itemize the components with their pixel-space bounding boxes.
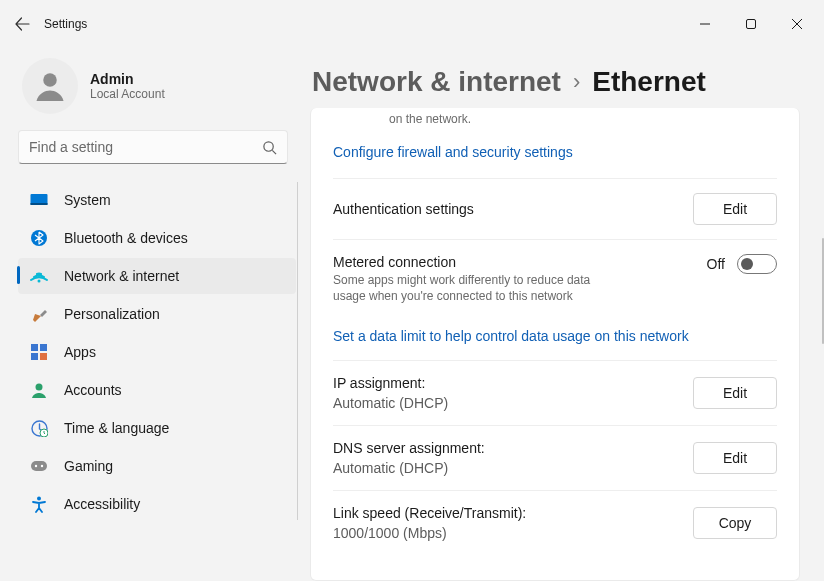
nav-label: Accounts bbox=[64, 382, 122, 398]
svg-point-10 bbox=[38, 280, 41, 283]
page-title: Ethernet bbox=[592, 66, 706, 98]
minimize-button[interactable] bbox=[682, 9, 728, 39]
sidebar-item-time[interactable]: Time & language bbox=[18, 410, 296, 446]
linkspeed-copy-button[interactable]: Copy bbox=[693, 507, 777, 539]
nav-scrollbar[interactable] bbox=[297, 182, 298, 520]
svg-rect-8 bbox=[31, 203, 48, 205]
titlebar: Settings bbox=[0, 0, 824, 48]
metered-state: Off bbox=[707, 256, 725, 272]
back-button[interactable] bbox=[0, 0, 44, 48]
svg-line-6 bbox=[272, 150, 276, 154]
auth-edit-button[interactable]: Edit bbox=[693, 193, 777, 225]
gaming-icon bbox=[30, 457, 48, 475]
metered-toggle[interactable] bbox=[737, 254, 777, 274]
svg-rect-14 bbox=[40, 353, 47, 360]
sidebar: Admin Local Account System Bluetooth & d… bbox=[0, 48, 310, 581]
sidebar-item-system[interactable]: System bbox=[18, 182, 296, 218]
ip-label: IP assignment: bbox=[333, 375, 693, 391]
breadcrumb-parent[interactable]: Network & internet bbox=[312, 66, 561, 98]
user-icon bbox=[32, 68, 68, 104]
svg-point-5 bbox=[264, 141, 273, 150]
auth-label: Authentication settings bbox=[333, 201, 693, 217]
bluetooth-icon bbox=[30, 229, 48, 247]
svg-rect-18 bbox=[31, 461, 47, 471]
accounts-icon bbox=[30, 381, 48, 399]
ip-row: IP assignment: Automatic (DHCP) Edit bbox=[333, 361, 777, 425]
sidebar-item-accounts[interactable]: Accounts bbox=[18, 372, 296, 408]
metered-row: Metered connection Some apps might work … bbox=[333, 239, 777, 318]
nav-label: Network & internet bbox=[64, 268, 179, 284]
sidebar-item-network[interactable]: Network & internet bbox=[18, 258, 296, 294]
svg-rect-13 bbox=[31, 353, 38, 360]
svg-point-4 bbox=[43, 73, 57, 87]
nav-label: Accessibility bbox=[64, 496, 140, 512]
datalimit-link[interactable]: Set a data limit to help control data us… bbox=[333, 318, 777, 361]
nav-label: System bbox=[64, 192, 111, 208]
svg-rect-12 bbox=[40, 344, 47, 351]
settings-panel[interactable]: on the network. Configure firewall and s… bbox=[310, 108, 800, 581]
system-icon bbox=[30, 191, 48, 209]
sidebar-item-gaming[interactable]: Gaming bbox=[18, 448, 296, 484]
profile-name: Admin bbox=[90, 71, 165, 87]
dns-edit-button[interactable]: Edit bbox=[693, 442, 777, 474]
content: Network & internet › Ethernet on the net… bbox=[310, 48, 824, 581]
avatar bbox=[22, 58, 78, 114]
time-icon bbox=[30, 419, 48, 437]
svg-rect-11 bbox=[31, 344, 38, 351]
linkspeed-value: 1000/1000 (Mbps) bbox=[333, 525, 693, 541]
accessibility-icon bbox=[30, 495, 48, 513]
dns-row: DNS server assignment: Automatic (DHCP) … bbox=[333, 425, 777, 490]
linkspeed-label: Link speed (Receive/Transmit): bbox=[333, 505, 693, 521]
nav-label: Bluetooth & devices bbox=[64, 230, 188, 246]
firewall-link[interactable]: Configure firewall and security settings bbox=[333, 130, 777, 178]
metered-label: Metered connection bbox=[333, 254, 707, 270]
maximize-icon bbox=[746, 19, 756, 29]
sidebar-item-personalization[interactable]: Personalization bbox=[18, 296, 296, 332]
apps-icon bbox=[30, 343, 48, 361]
sidebar-item-apps[interactable]: Apps bbox=[18, 334, 296, 370]
close-icon bbox=[792, 19, 802, 29]
network-icon bbox=[30, 267, 48, 285]
search-input[interactable] bbox=[29, 139, 262, 155]
metered-sub: Some apps might work differently to redu… bbox=[333, 272, 613, 304]
svg-point-21 bbox=[37, 496, 41, 500]
personalization-icon bbox=[30, 305, 48, 323]
profile[interactable]: Admin Local Account bbox=[0, 48, 304, 130]
sidebar-item-accessibility[interactable]: Accessibility bbox=[18, 486, 296, 522]
window-controls bbox=[682, 9, 820, 39]
auth-row: Authentication settings Edit bbox=[333, 178, 777, 239]
dns-value: Automatic (DHCP) bbox=[333, 460, 693, 476]
svg-point-20 bbox=[41, 465, 43, 467]
nav-label: Gaming bbox=[64, 458, 113, 474]
window-title: Settings bbox=[44, 17, 87, 31]
back-arrow-icon bbox=[14, 16, 30, 32]
toggle-knob bbox=[741, 258, 753, 270]
chevron-right-icon: › bbox=[573, 69, 580, 95]
ip-value: Automatic (DHCP) bbox=[333, 395, 693, 411]
nav-label: Time & language bbox=[64, 420, 169, 436]
breadcrumb: Network & internet › Ethernet bbox=[310, 48, 800, 108]
cutoff-description: on the network. bbox=[333, 108, 777, 130]
ip-edit-button[interactable]: Edit bbox=[693, 377, 777, 409]
nav-label: Apps bbox=[64, 344, 96, 360]
svg-point-19 bbox=[35, 465, 37, 467]
nav[interactable]: System Bluetooth & devices Network & int… bbox=[0, 178, 304, 538]
svg-point-15 bbox=[36, 384, 43, 391]
dns-label: DNS server assignment: bbox=[333, 440, 693, 456]
sidebar-item-bluetooth[interactable]: Bluetooth & devices bbox=[18, 220, 296, 256]
maximize-button[interactable] bbox=[728, 9, 774, 39]
svg-rect-1 bbox=[747, 20, 756, 29]
search-box[interactable] bbox=[18, 130, 288, 164]
nav-label: Personalization bbox=[64, 306, 160, 322]
linkspeed-row: Link speed (Receive/Transmit): 1000/1000… bbox=[333, 490, 777, 555]
search-icon bbox=[262, 140, 277, 155]
close-button[interactable] bbox=[774, 9, 820, 39]
profile-sub: Local Account bbox=[90, 87, 165, 101]
minimize-icon bbox=[700, 19, 710, 29]
